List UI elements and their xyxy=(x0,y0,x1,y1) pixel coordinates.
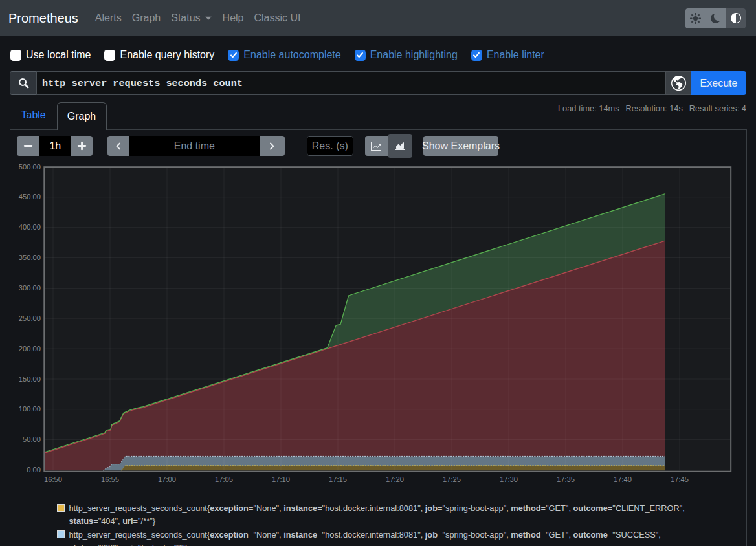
svg-text:17:05: 17:05 xyxy=(215,475,233,483)
svg-text:200.00: 200.00 xyxy=(19,345,41,353)
svg-text:17:00: 17:00 xyxy=(158,475,176,483)
svg-text:400.00: 400.00 xyxy=(19,223,41,231)
svg-text:250.00: 250.00 xyxy=(19,314,41,322)
svg-text:350.00: 350.00 xyxy=(19,254,41,261)
svg-text:17:20: 17:20 xyxy=(386,475,404,483)
svg-text:150.00: 150.00 xyxy=(19,375,41,383)
svg-text:17:30: 17:30 xyxy=(500,475,518,483)
svg-text:17:35: 17:35 xyxy=(557,475,575,483)
svg-text:50.00: 50.00 xyxy=(23,435,41,443)
svg-text:100.00: 100.00 xyxy=(19,405,41,413)
svg-text:17:45: 17:45 xyxy=(671,475,689,483)
svg-text:500.00: 500.00 xyxy=(19,163,41,171)
svg-text:17:10: 17:10 xyxy=(272,475,290,483)
svg-text:300.00: 300.00 xyxy=(19,284,41,292)
svg-text:0.00: 0.00 xyxy=(27,466,41,474)
svg-text:16:55: 16:55 xyxy=(101,475,119,483)
svg-text:17:25: 17:25 xyxy=(443,475,461,483)
svg-text:17:40: 17:40 xyxy=(614,475,632,483)
svg-text:16:50: 16:50 xyxy=(44,475,62,483)
svg-text:17:15: 17:15 xyxy=(329,475,347,483)
svg-text:450.00: 450.00 xyxy=(19,193,41,201)
